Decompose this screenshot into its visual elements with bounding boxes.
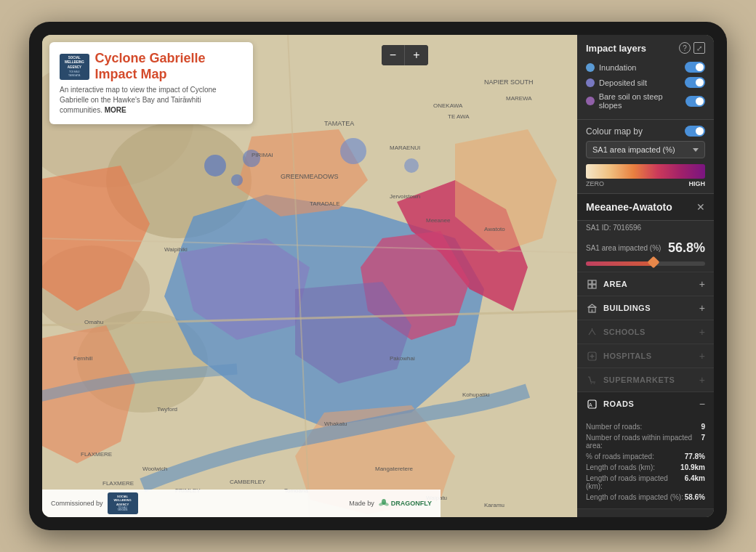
gradient-high-label: HIGH (689, 180, 706, 187)
svg-text:Fernhill: Fernhill (73, 355, 92, 362)
map-area: NAPIER SOUTH MAREWA ONEKAWA TE AWA TAMAT… (42, 35, 577, 517)
layer-item-bare-soil: Bare soil on steep slopes (586, 90, 705, 112)
supermarkets-icon (586, 374, 598, 386)
area-label: AREA (603, 280, 627, 288)
tablet-screen: NAPIER SOUTH MAREWA ONEKAWA TE AWA TAMAT… (42, 35, 714, 517)
svg-text:TARADALE: TARADALE (310, 200, 340, 207)
svg-text:ONEKAWA: ONEKAWA (433, 102, 463, 109)
buildings-label: BUILDINGS (603, 304, 651, 312)
category-schools[interactable]: SCHOOLS + (577, 320, 714, 344)
commissioned-by: Commissioned by SOCIALWELLBEINGAGENCY TO… (51, 492, 138, 514)
svg-text:Kohupatiki: Kohupatiki (462, 391, 490, 398)
svg-text:Whakatu: Whakatu (324, 421, 347, 427)
impact-layers-title: Impact layers (586, 43, 646, 54)
svg-text:A: A (589, 402, 592, 407)
bare-soil-dot (586, 97, 595, 105)
tablet-frame: NAPIER SOUTH MAREWA ONEKAWA TE AWA TAMAT… (29, 22, 727, 530)
hospitals-icon (586, 350, 598, 362)
category-supermarkets[interactable]: SUPERMARKETS + (577, 368, 714, 391)
schools-icon (586, 326, 598, 338)
category-hospitals[interactable]: HOSPITALS + (577, 344, 714, 368)
colour-map-section: Colour map by SA1 area impacted (%) Numb… (577, 120, 714, 194)
svg-text:Meeanee: Meeanee (426, 217, 451, 224)
roads-stat-3: Length of roads (km): 10.9km (586, 462, 705, 473)
farms-label: FARMS (603, 516, 633, 517)
commissioned-logo: SOCIALWELLBEINGAGENCY TOI HAUTANGATA (108, 492, 138, 514)
gradient-bar (586, 164, 705, 179)
bare-soil-toggle[interactable] (685, 96, 705, 107)
layer-item-silt: Deposited silt (586, 75, 705, 90)
category-roads[interactable]: A ROADS − (577, 391, 714, 415)
impact-layers-header: Impact layers ? ⤢ (586, 42, 705, 54)
map-description: An interactive map to view the impact of… (60, 85, 243, 115)
dragonfly-logo: DRAGONFLY (379, 498, 432, 508)
svg-rect-54 (588, 280, 592, 284)
help-icon[interactable]: ? (679, 42, 691, 54)
svg-point-66 (593, 383, 595, 384)
detail-panel: Meeanee-Awatoto ✕ SA1 ID: 7016596 SA1 ar… (577, 194, 714, 517)
map-info-card: SOCIALWELLBEINGAGENCY TOI HAUTANGATA Cyc… (49, 42, 253, 124)
svg-point-17 (231, 174, 243, 186)
location-title: Meeanee-Awatoto (586, 201, 672, 213)
inundation-toggle[interactable] (685, 62, 705, 73)
made-by: Made by DRAGONFLY (349, 498, 432, 508)
roads-collapse-btn[interactable]: − (699, 398, 705, 410)
roads-icon: A (586, 398, 598, 410)
hospitals-expand-btn[interactable]: + (699, 350, 705, 362)
svg-rect-56 (588, 285, 592, 288)
hospitals-label: HOSPITALS (603, 352, 652, 360)
svg-text:NAPIER SOUTH: NAPIER SOUTH (484, 78, 534, 86)
inundation-dot (586, 63, 595, 72)
zoom-controls: − + (382, 45, 428, 65)
area-icon (586, 278, 598, 290)
svg-marker-59 (588, 304, 596, 307)
svg-rect-60 (591, 309, 593, 312)
roads-stat-0: Number of roads: 9 (586, 421, 705, 432)
buildings-expand-btn[interactable]: + (699, 302, 705, 314)
progress-bar-container (577, 261, 714, 272)
sa1-label: SA1 ID: (586, 224, 611, 232)
category-farms[interactable]: FARMS + (577, 508, 714, 517)
category-area[interactable]: AREA + (577, 272, 714, 296)
expand-icon[interactable]: ⤢ (693, 42, 705, 54)
zoom-in-button[interactable]: + (405, 45, 428, 65)
metric-value: 56.8% (668, 240, 705, 256)
roads-stat-5: Length of roads impacted (%): 58.6% (586, 492, 705, 503)
farms-expand-btn[interactable]: + (699, 515, 705, 517)
svg-rect-55 (592, 280, 596, 284)
progress-fill (586, 261, 654, 266)
svg-text:Pakowhai: Pakowhai (390, 355, 415, 362)
impact-layers-section: Impact layers ? ⤢ Inundation (577, 35, 714, 120)
schools-expand-btn[interactable]: + (699, 326, 705, 338)
dragonfly-label: DRAGONFLY (391, 500, 432, 507)
svg-text:Twyford: Twyford (157, 406, 177, 413)
roads-stat-2: % of roads impacted: 77.8% (586, 451, 705, 462)
svg-text:Waipihiki: Waipihiki (164, 246, 188, 253)
silt-toggle[interactable] (685, 77, 705, 88)
category-buildings[interactable]: BUILDINGS + (577, 296, 714, 320)
svg-text:MAREWA: MAREWA (506, 95, 532, 102)
svg-text:TAMATEA: TAMATEA (324, 120, 354, 127)
colour-map-toggle[interactable] (685, 126, 705, 137)
close-button[interactable]: ✕ (696, 201, 705, 213)
svg-text:PIRIMAI: PIRIMAI (252, 152, 273, 158)
zoom-out-button[interactable]: − (382, 45, 405, 65)
metric-row: SA1 area impacted (%) 56.8% (577, 235, 714, 261)
supermarkets-expand-btn[interactable]: + (699, 374, 705, 386)
roads-label: ROADS (603, 399, 634, 408)
colour-map-select[interactable]: SA1 area impacted (%) Number of building… (586, 141, 705, 158)
gradient-zero-label: ZERO (586, 180, 604, 187)
svg-text:FLAXMERE: FLAXMERE (102, 480, 134, 487)
area-expand-btn[interactable]: + (699, 278, 705, 290)
svg-text:Jervoistown: Jervoistown (390, 193, 420, 200)
silt-label: Deposited silt (599, 78, 647, 87)
agency-logo: SOCIALWELLBEINGAGENCY TOI HAUTANGATA (60, 54, 89, 80)
map-title: Cyclone Gabrielle Impact Map (95, 51, 243, 82)
more-link[interactable]: MORE (105, 106, 126, 114)
colour-map-title: Colour map by (586, 126, 643, 137)
svg-text:Awatoto: Awatoto (484, 226, 505, 232)
supermarkets-label: SUPERMARKETS (603, 376, 675, 384)
svg-text:CAMBERLEY: CAMBERLEY (230, 479, 266, 485)
svg-point-18 (340, 138, 366, 164)
silt-dot (586, 78, 595, 87)
